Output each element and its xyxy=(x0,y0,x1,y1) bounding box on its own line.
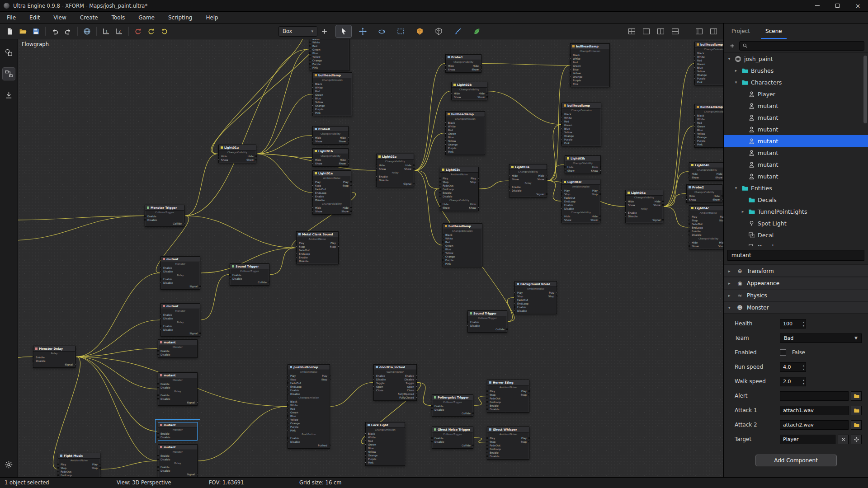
input-port[interactable] xyxy=(570,76,571,77)
layout-quad-button[interactable] xyxy=(626,25,638,38)
output-port[interactable] xyxy=(478,178,479,179)
input-port[interactable] xyxy=(365,455,366,456)
input-port[interactable] xyxy=(570,65,571,66)
input-port[interactable] xyxy=(312,83,313,84)
input-port[interactable] xyxy=(509,175,510,176)
output-port[interactable] xyxy=(478,181,479,183)
input-port[interactable] xyxy=(486,445,488,446)
input-port[interactable] xyxy=(442,259,443,261)
input-port[interactable] xyxy=(486,408,488,410)
input-port[interactable] xyxy=(694,78,695,79)
input-port[interactable] xyxy=(445,129,446,131)
output-port[interactable] xyxy=(413,183,415,184)
input-port[interactable] xyxy=(486,394,488,395)
walk-speed-input[interactable]: 2.0▴▾ xyxy=(780,377,806,386)
input-port[interactable] xyxy=(486,401,488,403)
input-port[interactable] xyxy=(287,412,288,413)
output-port[interactable] xyxy=(599,193,601,195)
input-port[interactable] xyxy=(561,117,562,118)
output-port[interactable] xyxy=(338,242,339,244)
input-port[interactable] xyxy=(561,124,562,126)
output-port[interactable] xyxy=(184,223,185,224)
input-port[interactable] xyxy=(160,267,161,268)
input-port[interactable] xyxy=(373,379,374,380)
input-port[interactable] xyxy=(312,90,313,92)
input-port[interactable] xyxy=(312,207,313,208)
paint-tool-button[interactable] xyxy=(450,25,465,38)
input-port[interactable] xyxy=(686,195,687,197)
input-port[interactable] xyxy=(451,96,452,98)
tree-item-decals[interactable]: Decals xyxy=(724,194,868,206)
output-port[interactable] xyxy=(350,207,352,208)
output-port[interactable] xyxy=(413,168,415,169)
input-port[interactable] xyxy=(689,234,690,235)
output-port[interactable] xyxy=(416,386,417,387)
output-port[interactable] xyxy=(556,296,557,297)
input-port[interactable] xyxy=(365,451,366,452)
output-port[interactable] xyxy=(348,141,349,142)
input-port[interactable] xyxy=(312,94,313,95)
output-port[interactable] xyxy=(416,393,417,394)
output-port[interactable] xyxy=(197,402,198,403)
output-port[interactable] xyxy=(329,379,330,380)
input-port[interactable] xyxy=(694,136,695,138)
flowgraph-node-soundTrigger1[interactable]: Sound TriggerCollisionTriggerEnableDisab… xyxy=(230,263,269,286)
menu-scripting[interactable]: Scripting xyxy=(161,12,199,23)
close-button[interactable]: × xyxy=(848,0,868,11)
target-clear-button[interactable] xyxy=(838,435,849,444)
input-port[interactable] xyxy=(373,389,374,391)
input-port[interactable] xyxy=(509,178,510,180)
input-port[interactable] xyxy=(694,52,695,54)
flowgraph-node-bull3[interactable]: bullheadlampChangeEmissionBlackWhiteRedG… xyxy=(570,43,610,87)
wire[interactable] xyxy=(101,461,157,469)
input-port[interactable] xyxy=(486,405,488,406)
output-port[interactable] xyxy=(662,201,664,202)
solid-view-button[interactable] xyxy=(412,25,427,38)
output-port[interactable] xyxy=(416,397,417,398)
input-port[interactable] xyxy=(373,386,374,387)
input-port[interactable] xyxy=(376,176,377,177)
flowgraph-node-light04a[interactable]: Light04aChangeVisibilityHideHideShowShow… xyxy=(625,190,663,223)
flowgraph-node-monsterTrigger[interactable]: Monster TriggerCollisionTriggerEnableDis… xyxy=(145,205,184,227)
minimize-button[interactable] xyxy=(807,0,827,11)
input-port[interactable] xyxy=(157,394,159,396)
input-port[interactable] xyxy=(561,197,562,198)
wire[interactable] xyxy=(415,64,445,171)
input-port[interactable] xyxy=(287,437,288,439)
wire[interactable] xyxy=(664,172,689,207)
wire[interactable] xyxy=(417,383,431,406)
tree-item-mutant[interactable]: mutant xyxy=(724,159,868,170)
alert-input[interactable] xyxy=(780,391,849,401)
input-port[interactable] xyxy=(373,375,374,376)
wire[interactable] xyxy=(664,206,689,227)
wire[interactable] xyxy=(201,275,229,320)
flowgraph-node-metalClank[interactable]: Metal Clank SoundAmbientNoisePlayPlaySto… xyxy=(296,231,339,264)
input-port[interactable] xyxy=(312,101,313,103)
input-port[interactable] xyxy=(564,166,566,168)
input-port[interactable] xyxy=(157,466,159,468)
input-port[interactable] xyxy=(439,185,441,186)
input-port[interactable] xyxy=(514,292,515,293)
rotate-tool-button[interactable] xyxy=(374,25,389,38)
input-port[interactable] xyxy=(570,72,571,74)
input-port[interactable] xyxy=(561,216,562,217)
menu-view[interactable]: View xyxy=(47,12,73,23)
input-port[interactable] xyxy=(439,178,441,179)
primitive-dropdown[interactable]: Box ▾ xyxy=(278,26,317,37)
input-port[interactable] xyxy=(312,141,313,142)
wire[interactable] xyxy=(198,407,287,461)
input-port[interactable] xyxy=(309,67,311,68)
input-port[interactable] xyxy=(689,177,690,178)
input-port[interactable] xyxy=(296,246,297,247)
input-port[interactable] xyxy=(365,462,366,463)
input-port[interactable] xyxy=(445,136,446,138)
input-port[interactable] xyxy=(312,137,313,138)
input-port[interactable] xyxy=(451,93,452,94)
wire[interactable] xyxy=(76,320,160,357)
flowgraph-node-probe1[interactable]: Probe1ChangeVisibilityHideHideShowShow xyxy=(445,54,481,73)
output-port[interactable] xyxy=(528,394,530,395)
flowgraph-node-monsterDelay[interactable]: Monster DelayRelayEnableDisableSignal xyxy=(33,346,75,368)
output-port[interactable] xyxy=(416,379,417,380)
input-port[interactable] xyxy=(564,170,566,171)
collapse-arrow-icon[interactable]: ▾ xyxy=(733,80,739,84)
